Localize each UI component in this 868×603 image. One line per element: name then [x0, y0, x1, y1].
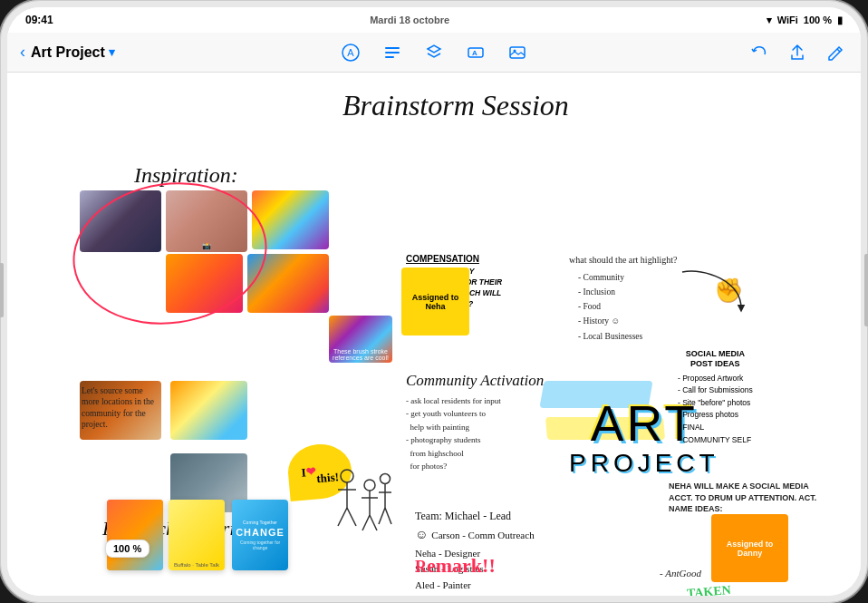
team-note-items: Team: Michael - Lead ☺ Carson - Comm Out… [415, 508, 535, 593]
neha-note: NEHA WILL MAKE A SOCIAL MEDIA ACCT. TO D… [669, 481, 823, 515]
svg-rect-4 [385, 56, 394, 58]
sourcing-note: Let's source some more locations in the … [82, 385, 159, 430]
team-note: Team: Michael - Lead ☺ Carson - Comm Out… [415, 508, 535, 593]
svg-line-18 [370, 515, 377, 530]
photo-7 [170, 381, 247, 440]
svg-line-12 [338, 508, 347, 526]
toolbar-right [747, 40, 848, 65]
svg-line-17 [362, 515, 370, 530]
compensation-title: COMPENSATION [406, 254, 515, 264]
nav-title: Art Project ▾ [31, 44, 115, 61]
battery-icon: ▮ [837, 15, 843, 26]
layers-button[interactable] [421, 40, 447, 65]
status-time: 09:41 [25, 14, 53, 26]
svg-line-13 [347, 508, 356, 526]
book-change: Coming Together CHANGE Coming together f… [232, 500, 288, 570]
people-illustration [329, 462, 397, 544]
photo-1 [80, 190, 161, 252]
photo-2: 📸 [166, 190, 247, 252]
back-button[interactable]: ‹ [20, 43, 25, 62]
screen: 09:41 Mardi 18 octobre ▾ WiFi 100 % ▮ ‹ … [7, 7, 861, 596]
heart-icon: ❤ [305, 464, 316, 480]
status-bar: 09:41 Mardi 18 octobre ▾ WiFi 100 % ▮ [7, 7, 861, 33]
svg-rect-3 [385, 52, 400, 53]
share-button[interactable] [785, 40, 810, 65]
taken-label: TAKEN [686, 583, 731, 596]
textbox-button[interactable]: A [463, 40, 488, 65]
photo-4 [166, 254, 243, 313]
progress-badge: 100 % [105, 540, 149, 558]
date-label: Mardi 18 octobre [370, 15, 449, 25]
undo-button[interactable] [747, 40, 772, 65]
book-2: Buffalo · Table Talk [169, 500, 225, 570]
fist-icon: ✊ [714, 277, 743, 305]
brainstorm-title: Brainstorm Session [342, 89, 569, 122]
wifi-icon: ▾ [767, 15, 772, 26]
social-media-title: SOCIAL MEDIAPOST IDEAS [678, 349, 753, 369]
side-button-left [0, 263, 4, 317]
sticky-neha: Assigned to Neha [401, 267, 469, 336]
battery-label: 100 % [804, 15, 832, 25]
side-button-right [864, 254, 868, 326]
canvas-area: Brainstorm Session Inspiration: 📸 [7, 73, 861, 596]
svg-line-23 [385, 508, 391, 524]
image-button[interactable] [505, 40, 530, 65]
svg-text:A: A [347, 47, 354, 58]
community-activation: Community Activation - ask local residen… [406, 372, 544, 472]
social-media-items: - Proposed Artwork - Call for Submission… [678, 373, 753, 447]
change-label: CHANGE [236, 527, 285, 538]
sticky-danny: Assigned to Danny [711, 514, 788, 582]
svg-line-22 [379, 508, 385, 524]
photo-3 [252, 190, 329, 249]
wifi-label: WiFi [777, 15, 798, 25]
toolbar-center: A A [338, 40, 530, 65]
social-media-ideas: SOCIAL MEDIAPOST IDEAS - Proposed Artwor… [678, 349, 753, 446]
pencil-tool-button[interactable]: A [338, 40, 363, 65]
bottom-scrawl: Remark!! [415, 553, 496, 579]
back-chevron: ‹ [20, 43, 25, 62]
svg-point-19 [381, 474, 391, 484]
toolbar: ‹ Art Project ▾ A [7, 33, 861, 73]
community-activation-items: - ask local residents for input - get yo… [406, 394, 544, 472]
edit-button[interactable] [823, 40, 848, 65]
title-text: Art Project [31, 44, 105, 61]
svg-rect-7 [510, 47, 525, 58]
svg-text:A: A [472, 49, 477, 57]
svg-point-9 [341, 470, 353, 482]
book-1 [107, 500, 163, 570]
status-date: Mardi 18 octobre [370, 15, 449, 25]
book-2-label: Buffalo · Table Talk [174, 562, 219, 568]
svg-rect-2 [385, 47, 400, 49]
time-label: 09:41 [25, 14, 53, 26]
title-chevron: ▾ [109, 45, 115, 59]
status-indicators: ▾ WiFi 100 % ▮ [767, 15, 843, 26]
photo-color-swatch: These brush stroke references are cool! [329, 316, 392, 363]
inspiration-title: Inspiration: [134, 163, 238, 188]
svg-point-14 [364, 480, 375, 491]
art-highlight-question: what should the art highlight? [569, 254, 677, 266]
ipad-frame: 09:41 Mardi 18 octobre ▾ WiFi 100 % ▮ ‹ … [0, 0, 868, 603]
highlight-list: - Community - Inclusion - Food - History… [578, 270, 642, 344]
photo-5 [247, 254, 329, 313]
brush-stroke-note: These brush stroke references are cool! [331, 348, 391, 361]
community-activation-title: Community Activation [406, 372, 544, 390]
text-tool-button[interactable] [380, 40, 405, 65]
signature: - AntGood [660, 567, 701, 579]
project-text: PROJECT [569, 449, 719, 478]
